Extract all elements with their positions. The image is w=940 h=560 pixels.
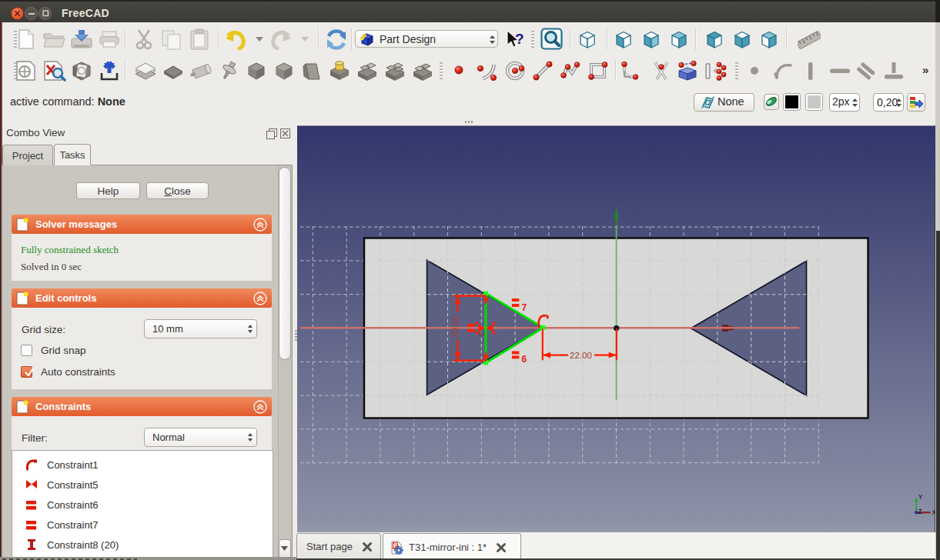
svg-text:7: 7 <box>522 302 527 313</box>
svg-text:Y: Y <box>918 493 923 501</box>
svg-text:?: ? <box>515 31 524 47</box>
svg-text:Z: Z <box>918 508 922 515</box>
svg-text:20.00: 20.00 <box>450 315 460 338</box>
svg-text:22.00: 22.00 <box>570 351 592 360</box>
svg-text:6: 6 <box>522 354 527 365</box>
svg-text:X: X <box>932 508 936 516</box>
